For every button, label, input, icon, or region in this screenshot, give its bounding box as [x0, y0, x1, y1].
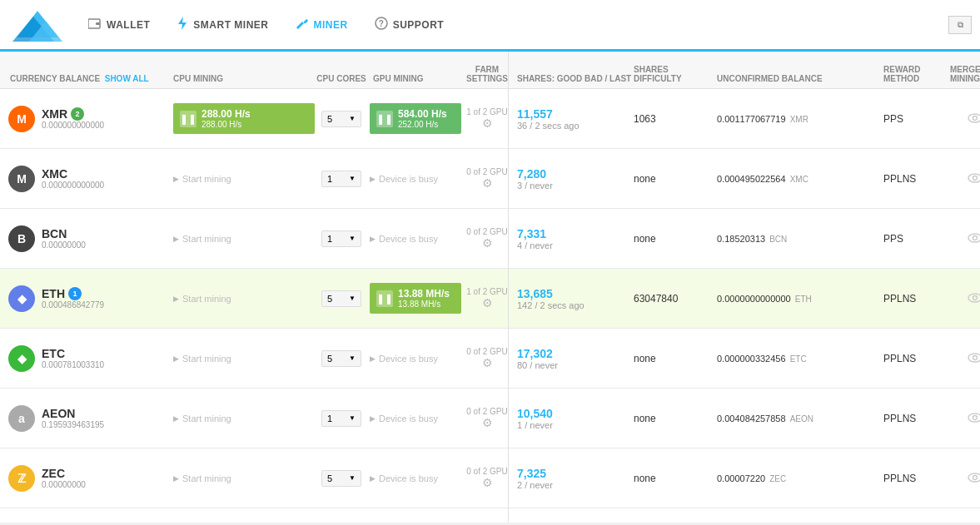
coin-icon: M [8, 106, 35, 132]
shares-good-value: 10,540 [517, 407, 634, 420]
coin-name: AEON [42, 407, 104, 420]
farm-settings-button[interactable]: ⚙ [466, 476, 507, 489]
right-row-4: 17,302 80 / never none 0.000000332456 ET… [509, 329, 980, 389]
unconfirmed-value: 0.0000000000000 [717, 294, 791, 304]
cpu-start-mining[interactable]: Start mining [173, 354, 316, 364]
cpu-cores-select[interactable]: 1 ▼ [321, 410, 361, 427]
coin-balance: 0.00000000 [42, 480, 86, 489]
unconfirmed-value: 0.18520313 [717, 234, 765, 244]
unconfirmed-cell: 0.000000332456 ETC [717, 354, 883, 364]
cpu-cell: Start mining [167, 234, 316, 244]
reward-cell: PPS [883, 233, 950, 245]
gpu-device-busy: Device is busy [370, 234, 466, 244]
show-all-link[interactable]: Show all [105, 74, 149, 83]
coin-balance: 0.195939463195 [42, 420, 104, 429]
cpu-start-mining[interactable]: Start mining [173, 234, 316, 244]
gpu-hash1: 13.88 MH/s [398, 288, 450, 300]
currency-row-bcn: B BCN 0.00000000 Start mining 1 ▼ Device… [0, 209, 508, 269]
coin-info: AEON 0.195939463195 [42, 407, 104, 429]
unconfirmed-value: 0.00007220 [717, 473, 765, 483]
farm-cell: 0 of 2 GPU ⚙ [466, 227, 508, 250]
eye-icon[interactable] [968, 112, 980, 126]
gpu-count: 0 of 2 GPU [466, 227, 507, 236]
shares-good-cell: 7,325 2 / never [517, 467, 634, 490]
coin-info: XMR 2 0.000000000000 [42, 107, 104, 130]
cpu-cores-select[interactable]: 5 ▼ [321, 470, 361, 487]
gpu-mining-active[interactable]: ❚❚ 13.88 MH/s 13.88 MH/s [370, 283, 461, 314]
gpu-cell: Device is busy [366, 234, 466, 244]
col-header-merged: MERGED MINING [950, 65, 980, 83]
cpu-mining-active[interactable]: ❚❚ 288.00 H/s 288.00 H/s [173, 103, 315, 134]
farm-settings-button[interactable]: ⚙ [466, 116, 507, 130]
shares-diff-cell: none [634, 353, 717, 364]
farm-settings-button[interactable]: ⚙ [466, 236, 507, 250]
cpu-cell: Start mining [167, 294, 316, 304]
shares-good-cell: 13,685 142 / 2 secs ago [517, 287, 634, 310]
unconfirmed-coin: XMC [790, 175, 808, 184]
unconfirmed-cell: 0.18520313 BCN [717, 234, 883, 244]
col-header-unconfirmed: UNCONFIRMED BALANCE [717, 74, 883, 83]
farm-settings-button[interactable]: ⚙ [466, 296, 507, 310]
currency-cell: ◆ ETH 1 0.000486842779 [0, 285, 167, 312]
cpu-cores-cell: 1 ▼ [316, 230, 366, 247]
wrench-icon [296, 17, 309, 33]
coin-icon: ◆ [8, 345, 35, 372]
farm-settings-button[interactable]: ⚙ [466, 416, 507, 429]
shares-diff-cell: none [634, 173, 717, 185]
gpu-device-busy: Device is busy [370, 473, 466, 483]
shares-good-cell: 17,302 80 / never [517, 347, 634, 370]
cpu-cores-select[interactable]: 5 ▼ [321, 290, 361, 307]
farm-settings-button[interactable]: ⚙ [466, 356, 507, 369]
merged-cell [950, 172, 980, 186]
wallet-icon [88, 17, 102, 32]
currency-cell: a AEON 0.195939463195 [0, 405, 167, 432]
cpu-start-mining[interactable]: Start mining [173, 414, 316, 423]
eye-icon[interactable] [968, 352, 980, 365]
merged-cell [950, 232, 980, 245]
svg-point-11 [973, 176, 978, 180]
svg-point-15 [973, 295, 978, 300]
cpu-cores-select[interactable]: 1 ▼ [321, 230, 361, 247]
gpu-cell: Device is busy [366, 174, 466, 184]
nav-support[interactable]: ? SUPPORT [361, 0, 458, 52]
question-icon: ? [375, 17, 388, 33]
cpu-start-mining[interactable]: Start mining [173, 294, 316, 304]
eye-icon[interactable] [968, 232, 980, 245]
currency-row-xmc: M XMC 0.000000000000 Start mining 1 ▼ De… [0, 149, 508, 209]
nav-wallet[interactable]: WALLET [75, 0, 163, 52]
coin-icon: M [8, 166, 35, 192]
col-header-cpu: CPU MINING [167, 74, 316, 83]
reward-cell: PPLNS [883, 173, 950, 185]
eye-icon[interactable] [968, 472, 980, 485]
eye-icon[interactable] [968, 292, 980, 305]
unconfirmed-value: 0.000495022564 [717, 174, 786, 184]
gpu-pause-button[interactable]: ❚❚ [376, 290, 393, 307]
unconfirmed-coin: ETH [795, 295, 812, 304]
currency-row-zec: ℤ ZEC 0.00000000 Start mining 5 ▼ Device… [0, 448, 508, 508]
eye-icon[interactable] [968, 412, 980, 425]
farm-cell: 0 of 2 GPU ⚙ [466, 167, 508, 190]
right-row-5: 10,540 1 / never none 0.004084257858 AEO… [509, 389, 980, 448]
cpu-cores-select[interactable]: 5 ▼ [321, 111, 361, 127]
svg-point-18 [968, 414, 980, 422]
farm-settings-button[interactable]: ⚙ [466, 176, 507, 190]
coin-name: XMC [42, 167, 104, 181]
cpu-pause-button[interactable]: ❚❚ [180, 111, 196, 127]
reward-cell: PPLNS [883, 293, 950, 305]
shares-good-cell: 10,540 1 / never [517, 407, 634, 430]
gpu-pause-button[interactable]: ❚❚ [376, 111, 393, 127]
unconfirmed-coin: ZEC [769, 474, 786, 483]
gpu-mining-paused[interactable]: ❚❚ 584.00 H/s 252.00 H/s [370, 103, 461, 134]
window-restore-button[interactable]: ⧉ [948, 16, 972, 34]
shares-good-value: 7,331 [517, 227, 634, 240]
cpu-start-mining[interactable]: Start mining [173, 174, 316, 184]
eye-icon[interactable] [968, 172, 980, 186]
cpu-hash1: 288.00 H/s [201, 108, 251, 120]
cpu-start-mining[interactable]: Start mining [173, 473, 316, 483]
nav-smart-miner[interactable]: SMART MINER [163, 0, 281, 52]
cpu-cores-select[interactable]: 1 ▼ [321, 171, 361, 187]
cpu-cell: Start mining [167, 354, 316, 364]
nav-miner[interactable]: MINER [282, 0, 361, 52]
cpu-cores-select[interactable]: 5 ▼ [321, 350, 361, 367]
col-header-currency: CURRENCY BALANCE Show all [0, 74, 167, 83]
